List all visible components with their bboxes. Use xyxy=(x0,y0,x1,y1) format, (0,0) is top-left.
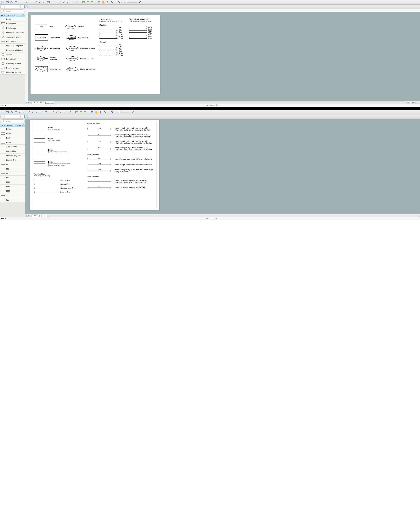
shape-item[interactable]: Entity xyxy=(0,131,25,136)
scrollbar-horizontal[interactable] xyxy=(54,102,406,104)
zoom-slider-2[interactable] xyxy=(117,112,130,113)
filter-field[interactable] xyxy=(5,5,20,8)
shape-item[interactable]: Zero or One xyxy=(0,158,25,162)
line-tool-5[interactable] xyxy=(71,1,74,4)
eye-tool-2[interactable]: ✎ xyxy=(103,111,107,114)
hand-tool-2[interactable]: ✋ xyxy=(94,111,98,114)
zoom-out-button[interactable] xyxy=(117,1,120,4)
shape-item[interactable]: Associative entity xyxy=(0,35,25,39)
panel-header-2[interactable]: ERD, crow's foot notation xyxy=(0,124,25,127)
search-toggle[interactable] xyxy=(24,5,28,8)
shape-item[interactable]: Recursive relationship xyxy=(0,48,25,52)
shape-item[interactable]: M:1 xyxy=(0,162,25,167)
conn-2b[interactable] xyxy=(23,111,26,114)
conn-2e[interactable] xyxy=(35,111,39,114)
close-2-icon[interactable] xyxy=(22,124,24,126)
connector-tool-1[interactable] xyxy=(21,1,25,4)
scrollbar-h-2[interactable] xyxy=(48,215,419,217)
shape-item[interactable]: Weak key attribute xyxy=(0,61,25,66)
grp-2c[interactable] xyxy=(83,111,87,114)
shape-item[interactable]: Entity xyxy=(0,127,25,131)
conn-2g[interactable] xyxy=(44,111,47,114)
shape-item[interactable]: Relationship xyxy=(0,26,25,30)
shape-item[interactable]: Weak entity xyxy=(0,21,25,26)
shape-item[interactable]: Multivalue attribute xyxy=(0,70,25,75)
line-tool-4[interactable] xyxy=(66,1,70,4)
shape-item[interactable]: One or More xyxy=(0,149,25,153)
nav-prev-icon[interactable]: ◀ xyxy=(28,102,29,103)
line-2c[interactable] xyxy=(60,111,63,114)
group-tool-1[interactable] xyxy=(82,1,85,4)
shape-item[interactable]: Entity xyxy=(0,17,25,21)
zoom-slider[interactable] xyxy=(124,2,137,3)
print-tool-2[interactable]: 🖨 xyxy=(99,111,102,114)
canvas-2[interactable]: Entity (with no attributes) Entity (with… xyxy=(25,119,420,214)
connector-tool-6[interactable] xyxy=(42,1,46,4)
shape-item[interactable]: Identifying relationship xyxy=(0,30,25,35)
cursor-tool-2[interactable] xyxy=(1,111,5,114)
group-tool-2[interactable] xyxy=(86,1,90,4)
tree-toggle-2[interactable]: ⊞ xyxy=(0,115,4,118)
oval-tool-2[interactable] xyxy=(10,111,14,114)
line-2a[interactable] xyxy=(51,111,55,114)
tree-view-toggle[interactable]: ⊞ xyxy=(0,5,4,8)
shape-item[interactable]: 1:1 xyxy=(0,198,25,202)
line-tool-1[interactable] xyxy=(54,1,57,4)
grp-2b[interactable] xyxy=(79,111,83,114)
filter-2[interactable] xyxy=(5,115,20,118)
line-2e[interactable] xyxy=(68,111,72,114)
search-input-2[interactable]: 🔍 Search xyxy=(1,119,24,123)
shape-item[interactable]: Optional participation xyxy=(0,44,25,48)
shape-item[interactable]: Participation xyxy=(0,39,25,44)
line-tool-3[interactable] xyxy=(62,1,66,4)
shape-item[interactable]: Attribute xyxy=(0,52,25,57)
oval-tool[interactable] xyxy=(10,1,14,4)
zoom-tool-2[interactable] xyxy=(90,111,94,114)
panel-header[interactable]: ERD, Chen's nota... xyxy=(0,14,25,17)
line-tool-2[interactable] xyxy=(58,1,61,4)
connector-tool-3[interactable] xyxy=(30,1,33,4)
rect-tool[interactable] xyxy=(6,1,9,4)
group-tool-3[interactable] xyxy=(90,1,94,4)
shape-item[interactable]: M:M xyxy=(0,189,25,193)
print-tool[interactable]: 🖨 xyxy=(106,1,109,4)
text-tool-2[interactable]: T xyxy=(14,111,18,114)
panel-close-icon[interactable] xyxy=(22,15,24,16)
hand-tool[interactable]: ✋ xyxy=(101,1,105,4)
text-tool[interactable]: T xyxy=(14,1,18,4)
connector-tool-2[interactable] xyxy=(25,1,29,4)
shape-item[interactable]: Derived attribute xyxy=(0,66,25,70)
line-tool-6[interactable] xyxy=(75,1,78,4)
canvas[interactable]: Participations Cardinality can be shown … xyxy=(25,12,420,101)
grid-view-toggle[interactable]: ⊡ xyxy=(20,5,24,8)
zoom-out-2[interactable] xyxy=(110,111,114,114)
shape-item[interactable]: Entity xyxy=(0,140,25,145)
search-input[interactable]: 🔍 Search xyxy=(1,10,24,13)
connector-tool-7[interactable] xyxy=(46,1,50,4)
shape-item[interactable]: M:1 xyxy=(0,176,25,180)
rect-tool-2[interactable] xyxy=(6,111,9,114)
shape-item[interactable]: Zero or More xyxy=(0,145,25,149)
conn-2c[interactable] xyxy=(27,111,30,114)
shape-item[interactable]: M:M xyxy=(0,184,25,189)
grid-toggle-2[interactable]: ⊡ xyxy=(20,115,24,118)
conn-2a[interactable] xyxy=(18,111,22,114)
shape-item[interactable]: One and only One xyxy=(0,153,25,158)
nav-next-2-icon[interactable]: ▶ xyxy=(30,215,31,217)
eyedropper-tool[interactable]: ✎ xyxy=(110,1,114,4)
conn-2d[interactable] xyxy=(31,111,35,114)
search-toggle-2[interactable] xyxy=(24,115,28,118)
page-tabs[interactable] xyxy=(45,102,53,104)
shape-item[interactable]: M:1 xyxy=(0,167,25,171)
zoom-in-button[interactable] xyxy=(138,1,142,4)
shape-item[interactable]: M:M xyxy=(0,180,25,184)
grp-2a[interactable] xyxy=(75,111,78,114)
connector-tool-4[interactable] xyxy=(34,1,37,4)
line-2d[interactable] xyxy=(64,111,67,114)
zoom-in-2[interactable] xyxy=(132,111,135,114)
nav-prev-2-icon[interactable]: ◀ xyxy=(28,215,29,217)
nav-next-icon[interactable]: ▶ xyxy=(30,102,31,103)
shape-item[interactable]: 1:1 xyxy=(0,193,25,198)
line-2b[interactable] xyxy=(55,111,59,114)
shape-item[interactable]: M:1 xyxy=(0,171,25,176)
